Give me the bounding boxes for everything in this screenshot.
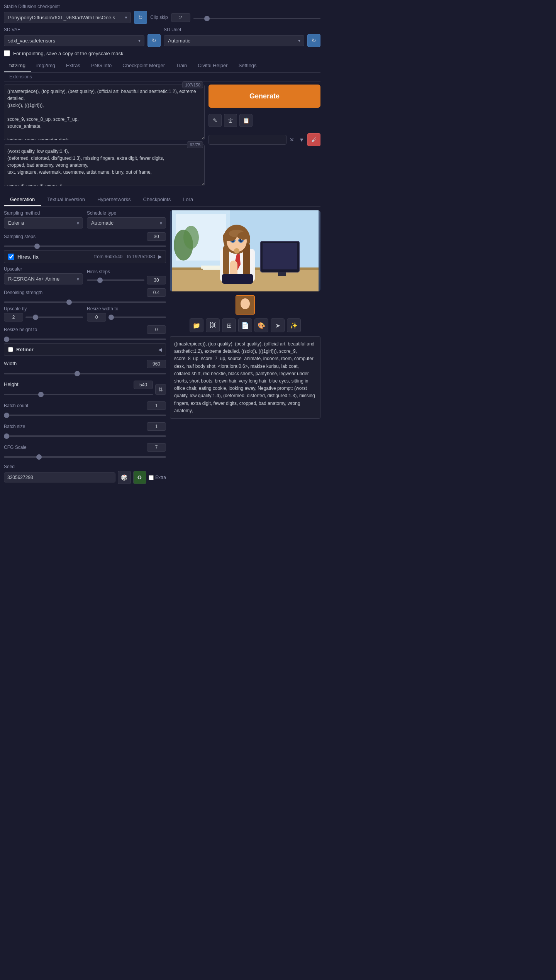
thumbnail-strip [170,295,320,315]
vae-dropdown-wrap: sdxl_vae.safetensors [4,35,144,46]
seed-group: Seed 🎲 ♻ Extra [4,464,166,484]
schedule-type-group: Schedule type Automatic [87,210,166,228]
inpaint-checkbox[interactable] [4,50,10,56]
image-thumbnail[interactable] [236,295,255,315]
checkpoint-dropdown-wrap: Pony\ponyDiffusionV6XL_v6StartWithThisOn… [4,12,131,23]
unet-refresh-btn[interactable]: ↻ [307,34,320,47]
gen-tab-generation[interactable]: Generation [4,193,41,206]
schedule-type-select[interactable]: Automatic [87,217,166,228]
folder-icon[interactable]: 📁 [190,318,203,332]
schedule-type-label: Schedule type [87,210,166,216]
svg-rect-33 [222,274,253,284]
upscale-by-label: Upscale by [4,306,83,311]
width-label: Width [4,361,17,366]
upscaler-select[interactable]: R-ESRGAN 4x+ Anime [4,273,83,284]
prompt-generate-area: 107/150 62/75 Generate ✎ 🗑 📋 ✕ ▼ 🖌 [4,85,320,190]
seed-extra-checkbox[interactable] [149,475,154,480]
denoising-label: Denoising strength [4,290,42,295]
vae-group: SD VAE sdxl_vae.safetensors ↻ [4,27,161,47]
hires-fix-label: Hires. fix [17,254,39,260]
batch-size-value: 1 [147,422,166,431]
upscale-by-value: 2 [4,313,23,322]
svg-rect-20 [243,243,250,278]
grid-icon[interactable]: ⊞ [222,318,236,332]
resize-width-label: Resize width to [87,306,166,311]
refiner-checkbox[interactable] [8,347,13,352]
sampling-steps-slider[interactable] [4,245,166,247]
tool-icons-row: 📁 🖼 ⊞ 📄 🎨 ➤ ✨ [170,318,320,332]
trash-button[interactable]: 🗑 [224,114,237,127]
swap-dimensions-btn[interactable]: ⇅ [155,384,166,395]
seed-recycle-btn[interactable]: ♻ [133,471,146,484]
tab-img2img[interactable]: img2img [31,59,61,72]
hires-steps-slider[interactable] [87,279,144,281]
hires-toggle-btn[interactable]: ▶ [158,254,162,259]
vae-select[interactable]: sdxl_vae.safetensors [4,35,144,46]
clip-skip-input[interactable] [171,13,190,22]
tab-train[interactable]: Train [170,59,192,72]
checkpoint-select[interactable]: Pony\ponyDiffusionV6XL_v6StartWithThisOn… [4,12,131,23]
height-slider[interactable] [4,394,153,395]
style-clear-btn[interactable]: ✕ [288,137,296,143]
left-panel: Sampling method Euler a Schedule type Au… [4,210,166,487]
batch-count-slider[interactable] [4,415,166,416]
tab-settings[interactable]: Settings [233,59,262,72]
resize-width-slider[interactable] [108,317,166,318]
checkpoint-refresh-btn[interactable]: ↻ [134,11,147,24]
clip-skip-label: Clip skip [150,15,168,20]
edit-button[interactable]: ✎ [208,114,222,127]
gen-tab-checkpoints[interactable]: Checkpoints [137,193,177,206]
resize-height-group: Resize height to 0 [4,325,166,343]
gen-tab-hypernetworks[interactable]: Hypernetworks [91,193,137,206]
denoising-slider[interactable] [4,301,166,303]
svg-point-4 [183,226,199,249]
image-icon[interactable]: 🖼 [206,318,220,332]
stars-icon[interactable]: ✨ [287,318,301,332]
gen-tab-lora[interactable]: Lora [177,193,199,206]
tab-pnginfo[interactable]: PNG Info [86,59,117,72]
positive-prompt-textarea[interactable] [4,85,205,140]
height-swap-row: Height 540 ⇅ [4,381,166,398]
gen-tab-textual[interactable]: Textual Inversion [41,193,91,206]
hires-fix-checkbox[interactable] [8,254,14,260]
palette-icon[interactable]: 🎨 [254,318,268,332]
style-input[interactable] [208,135,286,145]
hires-from: from 960x540 [94,254,122,259]
sampling-steps-label: Sampling steps [4,234,36,239]
file-icon[interactable]: 📄 [238,318,252,332]
tab-civitai[interactable]: Civitai Helper [192,59,233,72]
positive-prompt-wrap: 107/150 [4,85,205,141]
style-paint-btn[interactable]: 🖌 [307,133,320,146]
width-slider[interactable] [4,373,166,374]
denoising-group: Denoising strength 0.4 [4,288,166,306]
cfg-scale-slider[interactable] [4,456,166,458]
upscaler-row: Upscaler R-ESRGAN 4x+ Anime Hires steps … [4,266,166,284]
positive-counter: 107/150 [182,81,203,88]
vae-refresh-btn[interactable]: ↻ [147,34,161,47]
tab-extras[interactable]: Extras [61,59,86,72]
upscale-by-slider[interactable] [25,317,83,318]
generate-button[interactable]: Generate [208,85,320,108]
clip-skip-slider[interactable] [193,18,320,19]
seed-dice-btn[interactable]: 🎲 [118,471,131,484]
gen-tabs: Generation Textual Inversion Hypernetwor… [4,193,320,206]
seed-input[interactable] [4,472,115,482]
negative-prompt-wrap: 62/75 [4,144,205,187]
sub-tab-extensions[interactable]: Extensions [4,73,37,81]
height-value: 540 [134,381,153,389]
batch-size-slider[interactable] [4,435,166,437]
sampling-steps-group: Sampling steps 30 [4,232,166,250]
sampling-method-select[interactable]: Euler a [4,217,83,228]
resize-height-slider[interactable] [4,339,166,340]
clipboard-button[interactable]: 📋 [239,114,253,127]
tab-txt2img[interactable]: txt2img [4,59,31,72]
unet-select[interactable]: Automatic [164,35,304,46]
unet-label: SD Unet [164,27,320,32]
negative-prompt-textarea[interactable] [4,144,205,186]
style-dropdown-btn[interactable]: ▼ [297,137,306,143]
resize-width-group: Resize width to 0 [87,306,166,322]
svg-rect-36 [236,296,240,302]
upscale-by-group: Upscale by 2 [4,306,83,322]
tab-checkpoint-merger[interactable]: Checkpoint Merger [117,59,170,72]
send-icon[interactable]: ➤ [271,318,285,332]
